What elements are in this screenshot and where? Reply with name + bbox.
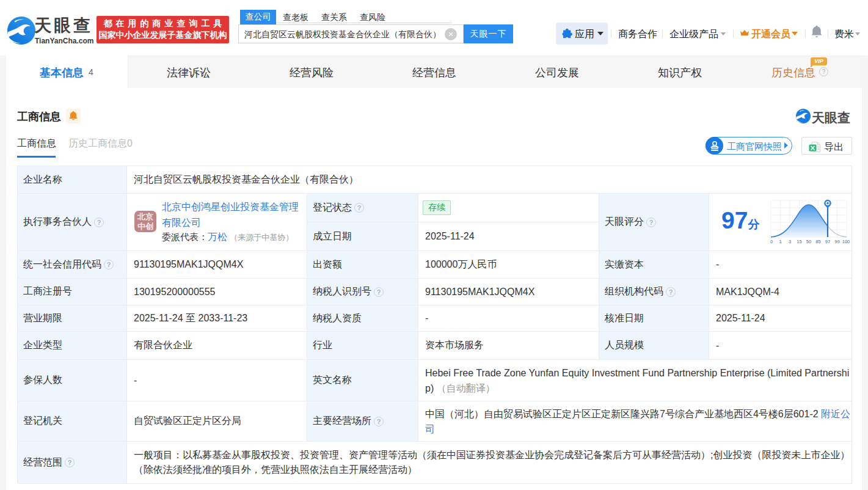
- svg-text:97: 97: [825, 239, 830, 244]
- svg-text:99: 99: [834, 239, 839, 244]
- svg-text:50: 50: [806, 239, 811, 244]
- svg-text:0: 0: [770, 239, 773, 244]
- svg-text:1: 1: [779, 239, 781, 244]
- svg-text:85: 85: [815, 239, 820, 244]
- svg-text:3: 3: [789, 239, 791, 244]
- svg-text:15: 15: [797, 239, 801, 244]
- svg-text:100: 100: [842, 239, 850, 244]
